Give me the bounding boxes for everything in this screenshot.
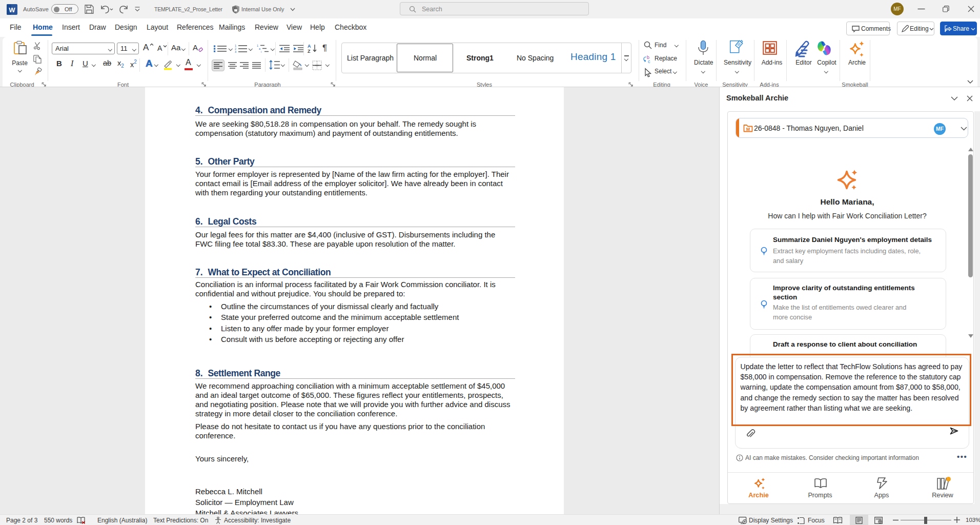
svg-text:3: 3: [235, 50, 236, 53]
svg-text:1: 1: [257, 44, 258, 47]
svg-text:A: A: [308, 44, 311, 49]
svg-text:W: W: [9, 6, 15, 14]
svg-text:M: M: [746, 127, 750, 132]
svg-text:c: c: [648, 59, 650, 64]
svg-text:i: i: [261, 50, 261, 53]
svg-text:Z: Z: [308, 49, 311, 54]
